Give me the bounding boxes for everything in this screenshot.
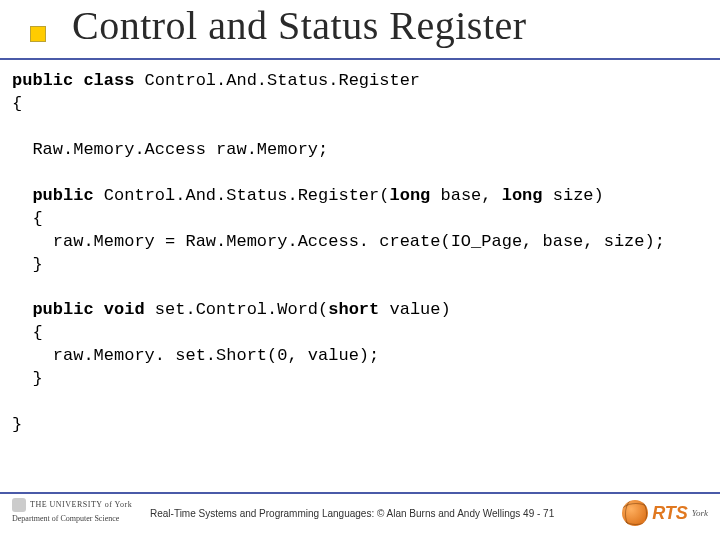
kw-public-class: public class bbox=[12, 71, 134, 90]
rts-york-text: York bbox=[692, 508, 708, 518]
code-block: public class Control.And.Status.Register… bbox=[12, 70, 710, 437]
code-text: size) bbox=[543, 186, 604, 205]
code-text: { bbox=[12, 323, 43, 342]
code-text: base, bbox=[430, 186, 501, 205]
title-underline bbox=[0, 58, 720, 60]
globe-icon bbox=[622, 500, 648, 526]
code-text: } bbox=[12, 369, 43, 388]
citation-text: Real-Time Systems and Programming Langua… bbox=[150, 508, 554, 519]
code-text: raw.Memory. set.Short(0, value); bbox=[12, 346, 379, 365]
kw-public-void: public void bbox=[32, 300, 144, 319]
code-text: } bbox=[12, 415, 22, 434]
rts-text: RTS bbox=[652, 503, 688, 524]
title-bullet-icon bbox=[30, 26, 46, 42]
department-text: Department of Computer Science bbox=[12, 514, 119, 523]
code-text: set.Control.Word( bbox=[145, 300, 329, 319]
kw-short: short bbox=[328, 300, 379, 319]
kw-long: long bbox=[502, 186, 543, 205]
code-text: raw.Memory = Raw.Memory.Access. create(I… bbox=[12, 232, 665, 251]
footer-divider bbox=[0, 492, 720, 494]
kw-public: public bbox=[32, 186, 93, 205]
code-text: { bbox=[12, 209, 43, 228]
code-text: Control.And.Status.Register( bbox=[94, 186, 390, 205]
code-text: value) bbox=[379, 300, 450, 319]
slide: Control and Status Register public class… bbox=[0, 0, 720, 540]
footer: THE UNIVERSITY of York Department of Com… bbox=[0, 492, 720, 540]
code-text: Raw.Memory.Access raw.Memory; bbox=[12, 140, 328, 159]
code-text: Control.And.Status.Register bbox=[134, 71, 420, 90]
code-text: } bbox=[12, 255, 43, 274]
slide-title: Control and Status Register bbox=[72, 2, 527, 49]
university-logo-text: THE UNIVERSITY of York bbox=[12, 498, 132, 512]
rts-logo: RTS York bbox=[622, 500, 708, 526]
kw-long: long bbox=[389, 186, 430, 205]
code-text: { bbox=[12, 94, 22, 113]
